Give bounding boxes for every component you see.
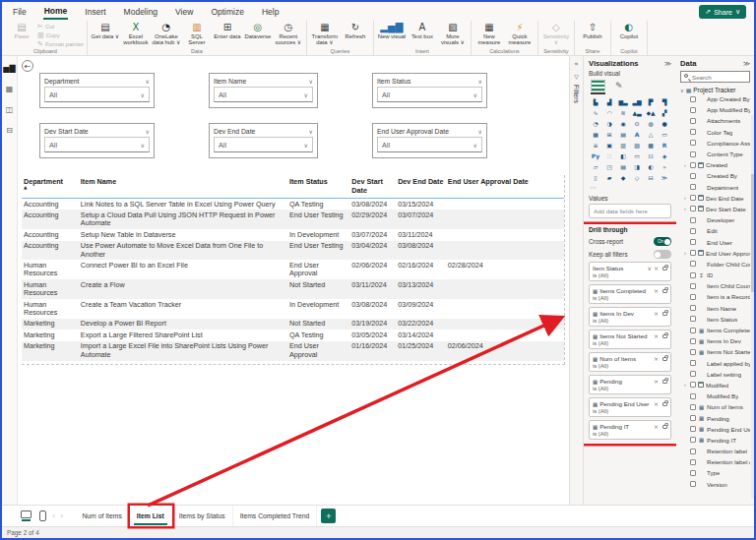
- column-header-item-name[interactable]: Item Name: [79, 175, 287, 199]
- back-button[interactable]: ←: [22, 60, 33, 72]
- visual-type-icon-41[interactable]: »: [658, 161, 671, 172]
- visual-type-icon-14[interactable]: ◉: [616, 118, 630, 129]
- field-checkbox[interactable]: [690, 129, 696, 135]
- field-checkbox[interactable]: [690, 437, 696, 443]
- visual-type-icon-32[interactable]: ◧: [616, 150, 630, 161]
- visual-type-icon-6[interactable]: ∿: [589, 107, 602, 118]
- table-node-project-tracker[interactable]: ∨ ▦ Project Tracker: [680, 87, 750, 93]
- visual-type-icon-43[interactable]: ▰: [602, 172, 616, 183]
- visual-type-icon-11[interactable]: ▞: [658, 107, 671, 118]
- ribbon-button-recent-sources-[interactable]: ◷Recent sources ∨: [274, 22, 303, 46]
- visual-type-icon-36[interactable]: ▱: [589, 161, 602, 172]
- ribbon-button-publish[interactable]: ⇧Publish: [578, 22, 607, 39]
- visual-type-icon-33[interactable]: ▭: [630, 150, 644, 161]
- page-tab-num-of-items[interactable]: Num of Items: [75, 506, 129, 526]
- visual-type-icon-2[interactable]: ▆▃: [616, 96, 630, 107]
- field-item-items-in-dev[interactable]: ▦Items In Dev: [680, 335, 750, 346]
- field-checkbox[interactable]: [690, 217, 696, 223]
- expand-filters-icon[interactable]: «: [574, 60, 578, 68]
- field-item-compliance-asset-id[interactable]: Compliance Asset Id: [680, 138, 750, 149]
- column-header-end-user-approval-date[interactable]: End User Approval Date: [446, 175, 564, 199]
- item-list-table[interactable]: Department▲Item NameItem StatusDev Start…: [22, 175, 564, 361]
- remove-filter-icon[interactable]: ×: [654, 355, 659, 362]
- slicer-dropdown[interactable]: All∨: [44, 137, 150, 152]
- ribbon-button-dataverse[interactable]: ◎Dataverse: [243, 22, 273, 39]
- chevron-down-icon[interactable]: ∨: [146, 128, 150, 135]
- field-checkbox[interactable]: [690, 404, 696, 410]
- drill-filter-card-items-completed[interactable]: ▦Items Completed×is (All): [589, 284, 671, 304]
- field-checkbox[interactable]: [690, 371, 696, 377]
- field-checkbox[interactable]: [690, 239, 696, 245]
- keep-all-filters-toggle[interactable]: [654, 250, 671, 259]
- column-header-dev-end-date[interactable]: Dev End Date: [396, 175, 446, 199]
- field-checkbox[interactable]: [690, 360, 696, 366]
- ribbon-button-excel-workbook[interactable]: XExcel workbook: [121, 22, 151, 46]
- new-page-button[interactable]: +: [321, 509, 336, 523]
- visual-type-icon-1[interactable]: ▟: [602, 96, 616, 107]
- table-row[interactable]: Human ResourcesCreate a Team Vacation Tr…: [22, 299, 564, 319]
- menu-tab-home[interactable]: Home: [43, 4, 69, 20]
- next-page-icon[interactable]: ›: [60, 511, 63, 520]
- visual-type-icon-34[interactable]: ⊡: [644, 150, 658, 161]
- field-item-retention-label-appli-[interactable]: Retention label Appli...: [680, 456, 750, 467]
- ribbon-button-transform-data-[interactable]: ▦Transform data ∨: [310, 22, 340, 46]
- visual-type-icon-26[interactable]: ▥: [616, 140, 630, 150]
- column-header-dev-start-date[interactable]: Dev Start Date: [349, 175, 396, 199]
- ribbon-button-copy[interactable]: ▥Copy: [37, 31, 84, 39]
- field-item-type[interactable]: Type: [680, 467, 750, 478]
- field-item-app-created-by[interactable]: App Created By: [680, 93, 750, 104]
- slicer-dropdown[interactable]: All∨: [214, 87, 313, 102]
- column-header-department[interactable]: Department▲: [22, 175, 79, 199]
- field-checkbox[interactable]: [690, 449, 696, 454]
- remove-filter-icon[interactable]: ×: [654, 310, 659, 317]
- menu-tab-help[interactable]: Help: [261, 5, 280, 19]
- chevron-down-icon[interactable]: ∨: [478, 78, 482, 85]
- lock-icon[interactable]: [662, 380, 667, 384]
- field-checkbox[interactable]: [690, 349, 696, 355]
- field-item-end-user-approval-d-[interactable]: ›End User Approval D...: [680, 248, 750, 259]
- field-item-attachments[interactable]: Attachments: [680, 115, 750, 126]
- field-checkbox[interactable]: [690, 305, 696, 311]
- chevron-down-icon[interactable]: ∨: [478, 128, 482, 135]
- field-item-edit[interactable]: Edit: [680, 225, 750, 236]
- field-item-version[interactable]: Version: [680, 479, 750, 490]
- lock-icon[interactable]: [662, 289, 667, 293]
- field-checkbox[interactable]: [690, 107, 696, 113]
- field-checkbox[interactable]: [690, 470, 696, 476]
- field-checkbox[interactable]: [690, 118, 696, 124]
- visual-type-icon-7[interactable]: ◠: [602, 107, 616, 118]
- ribbon-button-new-visual[interactable]: ▂▅▇New visual: [377, 22, 407, 39]
- ribbon-button-new-measure[interactable]: ▦New measure: [474, 22, 504, 46]
- menu-tab-modeling[interactable]: Modeling: [123, 5, 159, 19]
- mobile-layout-button[interactable]: [39, 510, 46, 521]
- visual-type-icon-23[interactable]: ▭: [658, 129, 671, 140]
- field-checkbox[interactable]: [690, 415, 696, 421]
- table-row[interactable]: AccountingSetup a Cloud Data Pull Using …: [22, 210, 564, 229]
- visual-type-icon-4[interactable]: ▛: [644, 96, 658, 107]
- build-visual-tab[interactable]: [591, 80, 605, 91]
- field-checkbox[interactable]: [690, 184, 696, 190]
- field-item-item-status[interactable]: Item Status: [680, 314, 750, 325]
- field-checkbox[interactable]: [690, 283, 696, 289]
- visual-type-icon-21[interactable]: A: [630, 129, 644, 140]
- column-header-item-status[interactable]: Item Status: [287, 175, 349, 199]
- visual-type-icon-45[interactable]: ◇: [630, 172, 644, 183]
- ribbon-button-refresh[interactable]: ↻Refresh: [341, 22, 370, 39]
- chevron-right-icon[interactable]: ›: [684, 195, 688, 201]
- visual-type-icon-29[interactable]: R: [658, 140, 671, 150]
- table-view-icon[interactable]: ▦: [6, 85, 14, 93]
- visual-type-icon-24[interactable]: ≡: [589, 140, 602, 150]
- visual-type-icon-12[interactable]: ◔: [589, 118, 602, 129]
- drill-filter-card-items-not-started[interactable]: ▦Items Not Started×is (All): [589, 330, 671, 349]
- field-checkbox[interactable]: [690, 151, 696, 157]
- field-item-label-setting[interactable]: Label setting: [680, 369, 750, 380]
- menu-tab-optimize[interactable]: Optimize: [210, 5, 245, 19]
- field-checkbox[interactable]: [690, 294, 696, 300]
- field-checkbox[interactable]: [690, 228, 696, 234]
- visual-type-icon-20[interactable]: ▤: [616, 129, 630, 140]
- visual-type-icon-42[interactable]: ▯: [589, 172, 602, 183]
- visual-type-icon-22[interactable]: △: [644, 129, 658, 140]
- collapse-data-pane-icon[interactable]: ≫: [743, 60, 750, 68]
- chevron-right-icon[interactable]: ›: [684, 206, 688, 211]
- field-item-label-applied-by[interactable]: Label applied by: [680, 358, 750, 369]
